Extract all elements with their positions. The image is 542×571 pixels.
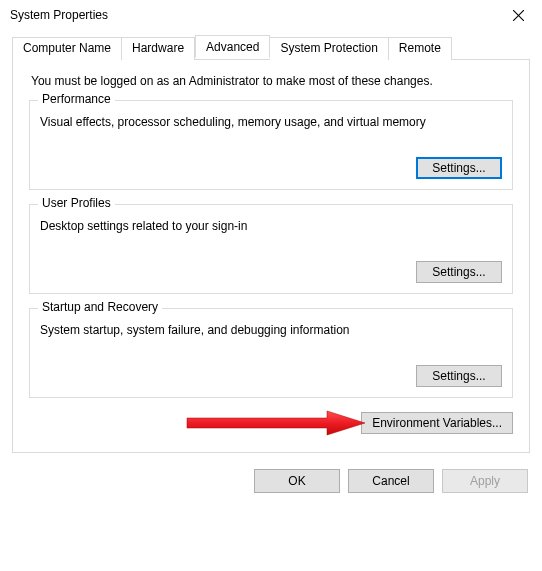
admin-notice: You must be logged on as an Administrato… — [31, 74, 511, 88]
tabpanel-advanced: You must be logged on as an Administrato… — [12, 60, 530, 453]
user-profiles-settings-button[interactable]: Settings... — [416, 261, 502, 283]
group-performance-desc: Visual effects, processor scheduling, me… — [40, 115, 502, 129]
tab-hardware[interactable]: Hardware — [122, 37, 195, 60]
tab-advanced[interactable]: Advanced — [195, 35, 270, 58]
annotation-arrow-icon — [177, 409, 367, 437]
startup-recovery-settings-button[interactable]: Settings... — [416, 365, 502, 387]
group-performance-legend: Performance — [38, 92, 115, 106]
group-startup-recovery: Startup and Recovery System startup, sys… — [29, 308, 513, 398]
env-row: Environment Variables... — [29, 412, 513, 434]
group-performance: Performance Visual effects, processor sc… — [29, 100, 513, 190]
performance-settings-button[interactable]: Settings... — [416, 157, 502, 179]
ok-button[interactable]: OK — [254, 469, 340, 493]
cancel-button[interactable]: Cancel — [348, 469, 434, 493]
close-icon — [513, 10, 524, 21]
group-startup-recovery-legend: Startup and Recovery — [38, 300, 162, 314]
svg-marker-2 — [187, 411, 365, 435]
group-startup-recovery-desc: System startup, system failure, and debu… — [40, 323, 502, 337]
window-title: System Properties — [10, 8, 108, 22]
titlebar: System Properties — [0, 0, 542, 30]
group-user-profiles-legend: User Profiles — [38, 196, 115, 210]
tabstrip: Computer Name Hardware Advanced System P… — [12, 36, 530, 60]
dialog-button-row: OK Cancel Apply — [0, 459, 542, 505]
group-user-profiles-desc: Desktop settings related to your sign-in — [40, 219, 502, 233]
environment-variables-button[interactable]: Environment Variables... — [361, 412, 513, 434]
tab-computer-name[interactable]: Computer Name — [12, 37, 122, 60]
apply-button[interactable]: Apply — [442, 469, 528, 493]
close-button[interactable] — [498, 1, 538, 29]
tab-remote[interactable]: Remote — [389, 37, 452, 60]
tab-system-protection[interactable]: System Protection — [270, 37, 388, 60]
group-user-profiles: User Profiles Desktop settings related t… — [29, 204, 513, 294]
